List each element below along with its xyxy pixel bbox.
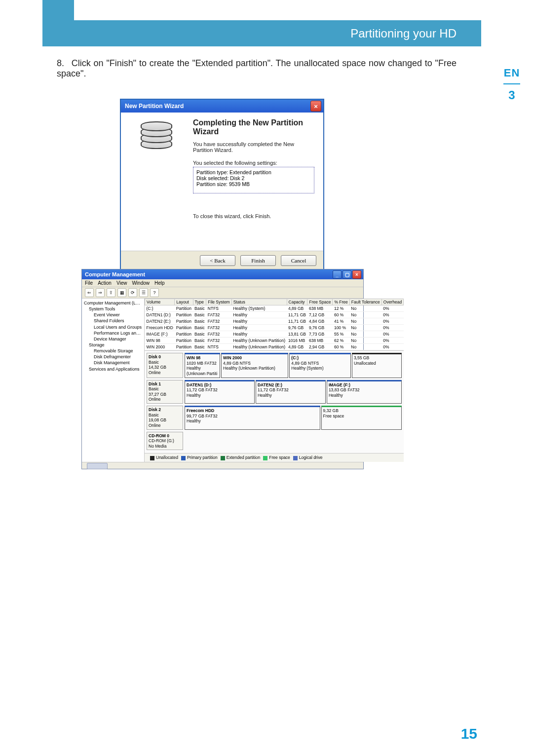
cm-menubar[interactable]: FileActionViewWindowHelp	[82, 279, 363, 287]
partition-slice[interactable]: IMAGE (F:)13,83 GB FAT32Healthy	[327, 380, 402, 404]
page-number: 15	[461, 725, 477, 742]
disk-row[interactable]: Disk 1Basic37,27 GBOnlineDATEN1 (D:)11,7…	[147, 380, 402, 404]
close-icon[interactable]: ×	[352, 270, 361, 279]
col-header[interactable]: Free Space	[307, 299, 333, 305]
menu-item-help[interactable]: Help	[154, 280, 165, 286]
legend-chip	[263, 456, 267, 460]
legend-label: Unallocated	[156, 455, 178, 460]
tree-node[interactable]: Disk Management	[84, 360, 142, 366]
disk-info: Disk 1Basic37,27 GBOnline	[147, 380, 183, 404]
col-header[interactable]: Fault Tolerance	[349, 299, 381, 305]
menu-item-action[interactable]: Action	[98, 280, 112, 286]
partition-slice[interactable]: WIN 981020 MB FAT32Healthy (Unknown Part…	[185, 353, 220, 378]
tree-node[interactable]: Computer Management (Local)	[84, 300, 142, 306]
volume-table[interactable]: VolumeLayoutTypeFile SystemStatusCapacit…	[145, 299, 404, 350]
partition-slice[interactable]: WIN 20004,89 GB NTFSHealthy (Unknown Par…	[221, 353, 288, 378]
legend-chip	[150, 456, 154, 460]
partition-slice[interactable]: (C:)4,89 GB NTFSHealthy (System)	[289, 353, 351, 378]
legend-label: Free space	[269, 455, 290, 460]
disk-row[interactable]: Disk 2Basic19,08 GBOnlineFreecom HDD99,7…	[147, 406, 402, 430]
partition-slice[interactable]: DATEN1 (D:)11,72 GB FAT32Healthy	[185, 380, 255, 404]
wizard-titlebar[interactable]: New Partition Wizard ×	[121, 100, 323, 113]
divider	[503, 83, 520, 84]
table-row[interactable]: IMAGE (F:)PartitionBasicFAT32Healthy13,8…	[145, 331, 404, 338]
wizard-graphic-panel	[121, 113, 190, 251]
cm-toolbar[interactable]: ⇐ ⇒ ⇧ ▦ ⟳ ☰ ?	[82, 287, 363, 299]
col-header[interactable]: Type	[193, 299, 206, 305]
cm-tree[interactable]: Computer Management (Local)System ToolsE…	[82, 299, 145, 462]
finish-button[interactable]: Finish	[240, 255, 276, 266]
step-paragraph: 8. Click on "Finish" to create the "Exte…	[57, 58, 457, 79]
refresh-icon[interactable]: ⟳	[128, 288, 137, 297]
col-header[interactable]: Capacity	[287, 299, 307, 305]
table-row[interactable]: WIN 2000PartitionBasicNTFSHealthy (Unkno…	[145, 344, 404, 350]
tree-node[interactable]: Performance Logs and Alerts	[84, 330, 142, 336]
close-icon[interactable]: ×	[310, 101, 321, 112]
col-header[interactable]: % Free	[333, 299, 349, 305]
tree-node[interactable]: Removable Storage	[84, 348, 142, 354]
horizontal-scrollbar[interactable]	[82, 462, 363, 469]
tree-node[interactable]: Local Users and Groups	[84, 324, 142, 330]
banner-title: Partitioning your HD	[350, 27, 457, 40]
cm-titlebar[interactable]: Computer Management _ ▢ ×	[82, 269, 363, 279]
menu-item-window[interactable]: Window	[132, 280, 150, 286]
partition-slice[interactable]: DATEN2 (E:)11,72 GB FAT32Healthy	[256, 380, 326, 404]
table-row[interactable]: WIN 98PartitionBasicFAT32Healthy (Unknow…	[145, 338, 404, 344]
tree-node[interactable]: Device Manager	[84, 336, 142, 342]
new-partition-wizard-dialog: New Partition Wizard × Completing the Ne…	[120, 99, 324, 271]
disk-row[interactable]: Disk 0Basic14,32 GBOnlineWIN 981020 MB F…	[147, 353, 402, 378]
nav-back-icon[interactable]: ⇐	[85, 288, 94, 297]
tree-node[interactable]: Services and Applications	[84, 366, 142, 372]
wizard-window-title: New Partition Wizard	[125, 103, 184, 110]
wizard-settings-label: You selected the following settings:	[193, 160, 314, 166]
tree-node[interactable]: Storage	[84, 342, 142, 348]
step-text: Click on "Finish" to create the "Extende…	[57, 58, 457, 78]
page-banner: Partitioning your HD	[42, 20, 481, 46]
back-button[interactable]: < Back	[200, 255, 235, 266]
disk-info: Disk 0Basic14,32 GBOnline	[147, 353, 183, 378]
tree-node[interactable]: Shared Folders	[84, 318, 142, 324]
disk-info: CD-ROM 0CD-ROM (G:)No Media	[147, 432, 183, 451]
disk-legend: UnallocatedPrimary partitionExtended par…	[145, 453, 404, 461]
col-header[interactable]: File System	[206, 299, 231, 305]
partition-slice[interactable]: Freecom HDD99,77 GB FAT32Healthy	[185, 406, 320, 430]
grid-icon[interactable]: ▦	[117, 288, 126, 297]
properties-icon[interactable]: ☰	[139, 288, 148, 297]
col-header[interactable]: Overhead	[381, 299, 403, 305]
wizard-close-hint: To close this wizard, click Finish.	[193, 213, 314, 219]
chapter-number: 3	[491, 88, 533, 102]
legend-label: Extended partition	[227, 455, 261, 460]
disk-layout-panel[interactable]: Disk 0Basic14,32 GBOnlineWIN 981020 MB F…	[145, 350, 404, 453]
table-row[interactable]: DATEN2 (E:)PartitionBasicFAT32Healthy11,…	[145, 318, 404, 325]
step-number: 8.	[57, 58, 69, 69]
scrollbar-thumb[interactable]	[87, 463, 108, 469]
cancel-button[interactable]: Cancel	[281, 255, 316, 266]
tree-node[interactable]: Event Viewer	[84, 312, 142, 318]
up-icon[interactable]: ⇧	[107, 288, 115, 297]
computer-management-window: Computer Management _ ▢ × FileActionView…	[81, 269, 364, 469]
menu-item-view[interactable]: View	[116, 280, 127, 286]
legend-chip	[221, 456, 225, 460]
table-row[interactable]: DATEN1 (D:)PartitionBasicFAT32Healthy11,…	[145, 312, 404, 318]
wizard-button-row: < Back Finish Cancel	[121, 251, 323, 270]
table-row[interactable]: (C:)PartitionBasicNTFSHealthy (System)4,…	[145, 305, 404, 312]
table-row[interactable]: Freecom HDDPartitionBasicFAT32Healthy9,7…	[145, 325, 404, 331]
help-icon[interactable]: ?	[150, 288, 159, 297]
partition-slice[interactable]: 9,32 GBFree space	[321, 406, 402, 430]
side-lang-tab: EN 3	[491, 67, 533, 102]
wizard-settings-summary: Partition type: Extended partition Disk …	[193, 167, 314, 193]
legend-label: Primary partition	[187, 455, 218, 460]
menu-item-file[interactable]: File	[85, 280, 93, 286]
nav-fwd-icon[interactable]: ⇒	[96, 288, 105, 297]
disk-stack-icon	[141, 121, 170, 151]
partition-slice[interactable]: 3,55 GBUnallocated	[352, 353, 402, 378]
maximize-icon[interactable]: ▢	[343, 270, 351, 279]
tree-node[interactable]: System Tools	[84, 306, 142, 312]
col-header[interactable]: Layout	[175, 299, 193, 305]
disk-row[interactable]: CD-ROM 0CD-ROM (G:)No Media	[147, 432, 402, 451]
legend-chip	[293, 456, 298, 460]
col-header[interactable]: Volume	[145, 299, 175, 305]
col-header[interactable]: Status	[231, 299, 287, 305]
tree-node[interactable]: Disk Defragmenter	[84, 354, 142, 360]
minimize-icon[interactable]: _	[333, 270, 342, 279]
